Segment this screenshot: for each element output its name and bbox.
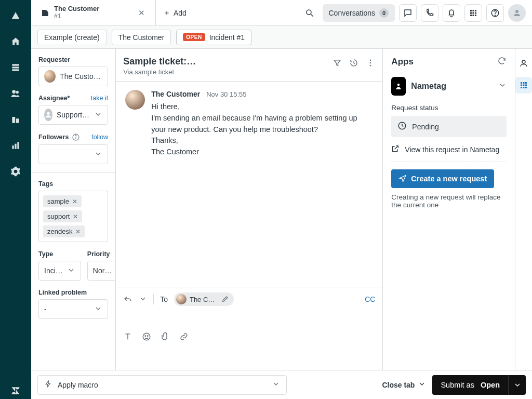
apply-macro-select[interactable]: Apply macro xyxy=(37,375,287,395)
work-area: Requester The Customer Assignee* take it xyxy=(31,49,532,370)
conversations-count: 0 xyxy=(379,8,389,18)
phone-icon[interactable] xyxy=(421,4,438,22)
home-icon[interactable] xyxy=(7,33,24,50)
linked-problem-select[interactable]: - xyxy=(38,299,108,319)
attachment-icon[interactable] xyxy=(161,332,170,343)
workspace-tab-title: The Customer xyxy=(54,5,99,13)
close-icon[interactable]: ✕ xyxy=(135,6,148,20)
svg-rect-41 xyxy=(521,87,522,88)
svg-rect-10 xyxy=(470,10,472,11)
to-recipient-pill[interactable]: The Cu… xyxy=(174,292,234,306)
chevron-down-icon[interactable] xyxy=(498,81,507,91)
top-right-tools: Conversations 0 xyxy=(301,0,533,25)
help-icon[interactable] xyxy=(486,4,504,22)
message: The Customer Nov 30 15:55 Hi there, I'm … xyxy=(125,90,373,158)
history-icon[interactable] xyxy=(349,58,358,70)
remove-tag-icon[interactable]: ✕ xyxy=(72,198,77,205)
edit-icon[interactable] xyxy=(221,295,230,304)
assignee-label: Assignee* xyxy=(38,95,70,102)
tag-zendesk[interactable]: zendesk✕ xyxy=(43,225,85,237)
tags-field: Tags sample✕ support✕ zendesk✕ xyxy=(38,180,108,242)
conversations-label: Conversations xyxy=(329,9,376,17)
link-icon[interactable] xyxy=(179,332,189,343)
refresh-icon[interactable] xyxy=(497,56,507,68)
user-avatar[interactable] xyxy=(508,4,526,22)
svg-rect-40 xyxy=(525,85,527,86)
avatar xyxy=(44,70,56,83)
crumb-customer[interactable]: The Customer xyxy=(112,30,171,45)
profile-icon[interactable] xyxy=(515,55,532,72)
lightning-icon xyxy=(44,380,52,390)
conversations-button[interactable]: Conversations 0 xyxy=(323,4,395,22)
tags-input[interactable]: sample✕ support✕ zendesk✕ xyxy=(38,191,108,242)
conversation-body: The Customer Nov 30 15:55 Hi there, I'm … xyxy=(116,82,382,287)
priority-field: Priority Nor… xyxy=(87,250,116,281)
reports-icon[interactable] xyxy=(7,137,24,154)
request-status-pill: Pending xyxy=(391,116,507,137)
assignee-select[interactable]: Support/Yasmine … xyxy=(38,105,108,125)
svg-rect-35 xyxy=(521,82,522,84)
add-tab-button[interactable]: ＋ Add xyxy=(156,0,194,25)
filter-icon[interactable] xyxy=(332,58,342,70)
requester-input[interactable]: The Customer xyxy=(38,66,108,86)
requester-value: The Customer xyxy=(60,72,102,81)
apps-panel: Apps Nametag Request status Pending xyxy=(383,49,515,370)
bell-icon[interactable] xyxy=(443,4,460,22)
emoji-icon[interactable] xyxy=(142,332,151,343)
tag-sample[interactable]: sample✕ xyxy=(43,195,82,207)
apps-switcher-icon[interactable] xyxy=(464,4,482,22)
apps-title: Apps xyxy=(391,57,414,67)
conversation-title: Sample ticket:… xyxy=(123,56,327,67)
footer-bar: Apply macro Close tab Submit as Open xyxy=(31,370,532,399)
app-title-row[interactable]: Nametag xyxy=(391,77,507,96)
apps-header: Apps xyxy=(383,49,515,73)
type-select[interactable]: Inci… xyxy=(38,261,81,281)
followers-field: Followers follow xyxy=(38,133,108,164)
zendesk-logo-icon[interactable] xyxy=(7,382,24,399)
reply-type-chevron-icon[interactable] xyxy=(139,295,147,304)
ticket-properties-panel: Requester The Customer Assignee* take it xyxy=(31,49,116,370)
submit-button[interactable]: Submit as Open xyxy=(432,375,508,395)
conversation-header: Sample ticket:… Via sample ticket xyxy=(116,49,382,82)
svg-point-28 xyxy=(370,65,371,66)
app-root: The Customer #1 ✕ ＋ Add Conversations 0 xyxy=(0,0,532,399)
crumb-incident[interactable]: OPEN Incident #1 xyxy=(176,30,251,45)
request-status-label: Request status xyxy=(391,104,507,112)
cc-button[interactable]: CC xyxy=(365,295,375,303)
chat-icon[interactable] xyxy=(399,4,417,22)
svg-rect-43 xyxy=(525,87,527,88)
view-in-nametag-link[interactable]: View this request in Nametag xyxy=(391,144,507,154)
organizations-icon[interactable] xyxy=(7,111,24,128)
send-icon xyxy=(398,174,407,184)
composer: To The Cu… CC xyxy=(116,287,382,370)
crumb-example-create[interactable]: Example (create) xyxy=(37,30,107,45)
customers-icon[interactable] xyxy=(7,85,24,102)
workspace-tab[interactable]: The Customer #1 ✕ xyxy=(31,0,156,25)
svg-point-32 xyxy=(397,84,400,86)
follow-link[interactable]: follow xyxy=(91,134,108,141)
more-icon[interactable] xyxy=(366,58,375,70)
breadcrumb-bar: Example (create) The Customer OPEN Incid… xyxy=(31,26,532,49)
submit-menu-button[interactable] xyxy=(508,375,526,395)
take-it-link[interactable]: take it xyxy=(91,95,108,102)
close-tab-button[interactable]: Close tab xyxy=(382,380,426,390)
create-request-button[interactable]: Create a new request xyxy=(391,169,494,188)
priority-select[interactable]: Nor… xyxy=(87,261,116,281)
text-format-icon[interactable] xyxy=(123,332,132,343)
admin-icon[interactable] xyxy=(7,163,24,180)
to-label: To xyxy=(160,295,168,303)
followers-select[interactable] xyxy=(38,144,108,164)
message-author: The Customer xyxy=(151,90,200,98)
svg-rect-38 xyxy=(521,85,522,86)
nametag-logo-icon xyxy=(391,77,406,96)
remove-tag-icon[interactable]: ✕ xyxy=(75,228,81,235)
views-icon[interactable] xyxy=(7,59,24,76)
product-logo[interactable] xyxy=(7,7,24,24)
svg-rect-13 xyxy=(470,12,472,14)
tag-support[interactable]: support✕ xyxy=(43,210,82,222)
apps-grid-icon[interactable] xyxy=(515,77,532,94)
remove-tag-icon[interactable]: ✕ xyxy=(73,213,78,220)
reply-icon[interactable] xyxy=(123,294,132,305)
search-icon[interactable] xyxy=(301,4,318,22)
workspace-tab-subtitle: #1 xyxy=(54,13,99,20)
